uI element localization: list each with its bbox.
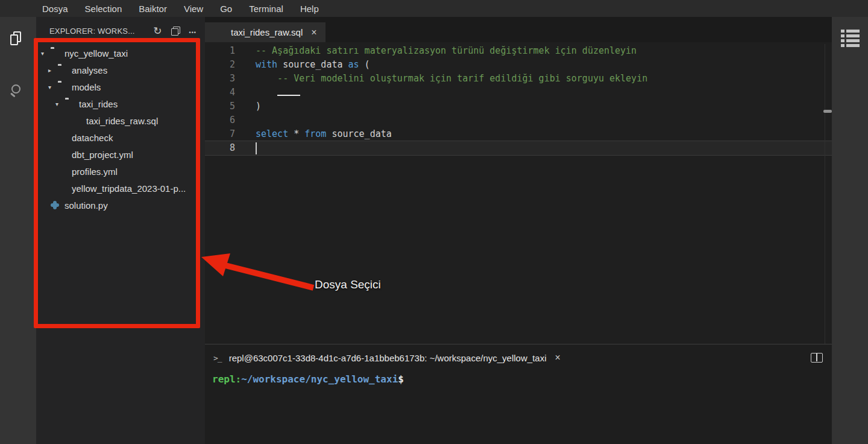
explorer-sidebar: EXPLORER: WORKS... ▾nyc_yellow_taxi▸anal… <box>36 17 205 444</box>
prompt-symbol: $ <box>398 373 404 385</box>
file-icon <box>58 133 67 142</box>
editor-right-edge <box>825 44 825 344</box>
tree-item-label: profiles.yml <box>72 166 118 177</box>
code-line-1[interactable]: 1-- Aşağıdaki satırı materyalizasyon tür… <box>205 44 832 58</box>
tab-label: taxi_rides_raw.sql <box>231 27 303 37</box>
line-text: ) <box>256 100 261 113</box>
chevron-right-icon[interactable]: ▸ <box>48 67 58 74</box>
tree-item-nyc-yellow-taxi[interactable]: ▾nyc_yellow_taxi <box>36 45 205 62</box>
line-number: 4 <box>205 86 235 100</box>
code-line-5[interactable]: 5) <box>205 100 832 113</box>
yml-icon <box>58 150 67 159</box>
tree-item-label: taxi_rides <box>79 99 118 109</box>
menu-item-help[interactable]: Help <box>300 4 319 14</box>
code-line-7[interactable]: 7select * from source_data <box>205 127 832 141</box>
files-icon[interactable] <box>10 31 22 46</box>
file-tree: ▾nyc_yellow_taxi▸analyses▾models▾taxi_ri… <box>36 45 205 214</box>
prompt-user: repl: <box>212 373 241 385</box>
list-icon[interactable] <box>841 30 860 49</box>
terminal-prompt-line: repl:~/workspace/nyc_yellow_taxi$ <box>212 373 404 385</box>
menu-item-dosya[interactable]: Dosya <box>42 4 68 14</box>
code-line-6[interactable]: 6 <box>205 113 832 127</box>
terminal-tab-title: repl@63c007c1-33d8-4d1c-a7d6-1a1bbeb6173… <box>229 353 547 363</box>
activity-bar <box>0 17 36 444</box>
folder-icon <box>58 66 67 75</box>
more-actions-icon[interactable] <box>189 26 197 36</box>
chevron-down-icon[interactable]: ▾ <box>55 101 65 107</box>
code-line-4[interactable]: 4 <box>205 86 832 100</box>
sql-file-icon <box>212 28 221 37</box>
code-line-8[interactable]: 8 <box>205 141 832 156</box>
line-text: with source_data as ( <box>256 58 370 72</box>
code-editor[interactable]: 1-- Aşağıdaki satırı materyalizasyon tür… <box>205 44 832 156</box>
chevron-down-icon[interactable]: ▾ <box>41 50 51 57</box>
tree-item-taxi-rides-raw-sql[interactable]: taxi_rides_raw.sql <box>36 112 205 129</box>
line-number: 3 <box>205 72 235 86</box>
whitespace-underline <box>277 86 300 96</box>
tree-item-analyses[interactable]: ▸analyses <box>36 62 205 78</box>
menu-item-selection[interactable]: Selection <box>85 4 122 14</box>
tree-item-label: models <box>72 82 101 92</box>
search-icon-lens <box>11 84 20 94</box>
code-line-3[interactable]: 3 -- Veri modelini oluşturmak için tarif… <box>205 72 832 86</box>
editor-area: taxi_rides_raw.sql × 1-- Aşağıdaki satır… <box>205 17 832 344</box>
explorer-header: EXPLORER: WORKS... <box>36 22 205 40</box>
app-window: DosyaSelectionBaiktorViewGoTerminalHelp … <box>0 0 868 444</box>
editor-scrollbar-thumb[interactable] <box>823 110 832 113</box>
terminal-header: >_ repl@63c007c1-33d8-4d1c-a7d6-1a1bbeb6… <box>205 349 832 366</box>
tab-taxi-rides-raw-sql[interactable]: taxi_rides_raw.sql × <box>205 22 326 42</box>
tree-item-models[interactable]: ▾models <box>36 78 205 95</box>
menu-item-view[interactable]: View <box>184 4 203 14</box>
line-number: 1 <box>205 44 235 58</box>
tree-item-yellow-tripdata-2023-01-p-[interactable]: yellow_tripdata_2023-01-p... <box>36 180 205 197</box>
menu-item-baiktor[interactable]: Baiktor <box>139 4 167 14</box>
tree-item-label: dbt_project.yml <box>72 150 133 160</box>
line-number: 8 <box>205 141 235 155</box>
python-icon <box>51 201 60 210</box>
line-number: 2 <box>205 58 235 72</box>
tree-item-label: analyses <box>72 65 107 75</box>
line-text: select * from source_data <box>256 127 392 141</box>
tree-item-taxi-rides[interactable]: ▾taxi_rides <box>36 95 205 112</box>
tree-item-label: taxi_rides_raw.sql <box>86 116 158 126</box>
split-pane-icon[interactable] <box>811 353 823 363</box>
line-text <box>256 86 300 100</box>
tree-item-solution-py[interactable]: solution.py <box>36 197 205 214</box>
menu-item-go[interactable]: Go <box>220 4 232 14</box>
folder-icon <box>65 100 74 109</box>
tree-item-label: yellow_tripdata_2023-01-p... <box>72 183 186 194</box>
file-icon <box>58 184 67 193</box>
folder-icon <box>51 49 60 58</box>
menu-item-terminal[interactable]: Terminal <box>249 4 283 14</box>
folder-icon <box>58 83 67 92</box>
refresh-icon[interactable] <box>153 26 162 36</box>
terminal-prompt-icon: >_ <box>213 354 222 363</box>
prompt-path: ~/workspace/nyc_yellow_taxi <box>241 373 398 385</box>
explorer-title: EXPLORER: WORKS... <box>49 27 135 36</box>
terminal-panel[interactable]: >_ repl@63c007c1-33d8-4d1c-a7d6-1a1bbeb6… <box>205 344 832 444</box>
chevron-down-icon[interactable]: ▾ <box>48 84 58 90</box>
tree-item-dbt-project-yml[interactable]: dbt_project.yml <box>36 146 205 163</box>
text-cursor <box>256 142 257 154</box>
terminal-close-icon[interactable]: × <box>555 352 560 363</box>
tree-item-label: solution.py <box>64 200 108 211</box>
menu-bar: DosyaSelectionBaiktorViewGoTerminalHelp <box>0 0 868 17</box>
line-number: 7 <box>205 127 235 141</box>
tree-item-label: nyc_yellow_taxi <box>64 48 128 59</box>
search-icon[interactable] <box>10 84 24 100</box>
files-icon-front-page <box>10 34 18 45</box>
tree-item-label: datacheck <box>72 133 113 143</box>
collapse-all-icon[interactable] <box>171 27 180 36</box>
tree-item-datacheck[interactable]: datacheck <box>36 129 205 146</box>
line-number: 6 <box>205 113 235 127</box>
editor-tab-bar: taxi_rides_raw.sql × <box>205 17 832 42</box>
line-text: -- Aşağıdaki satırı materyalizasyon türü… <box>256 44 637 58</box>
tab-close-icon[interactable]: × <box>311 28 316 37</box>
explorer-actions <box>153 26 197 36</box>
line-number: 5 <box>205 100 235 113</box>
line-text: -- Veri modelini oluşturmak için tarif e… <box>256 72 647 86</box>
right-panel-strip <box>832 17 868 444</box>
tree-item-profiles-yml[interactable]: profiles.yml <box>36 163 205 180</box>
yml-icon <box>58 167 67 176</box>
code-line-2[interactable]: 2with source_data as ( <box>205 58 832 72</box>
